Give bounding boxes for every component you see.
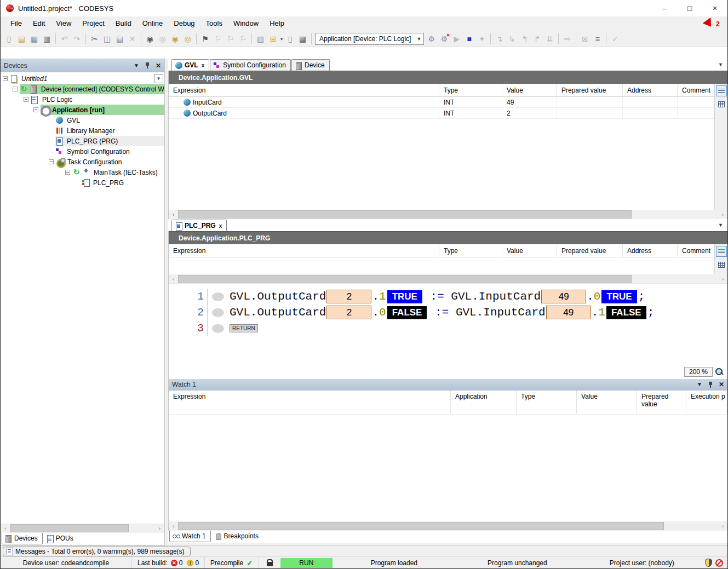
logout-icon[interactable]: ⚙✕ xyxy=(438,33,450,45)
find-in-project-icon[interactable]: ◉ xyxy=(169,33,181,45)
save-project-icon[interactable]: ▦ xyxy=(28,33,41,45)
toggle-bookmark-icon[interactable]: ⚑ xyxy=(199,33,211,45)
stop-icon[interactable]: ■ xyxy=(463,33,475,45)
tree-item-gvl[interactable]: GVL xyxy=(1,115,164,125)
tab-plc-prg[interactable]: PLC_PRG x xyxy=(171,220,227,231)
close-tab-icon[interactable]: x xyxy=(202,62,205,68)
tab-symbol-configuration[interactable]: Symbol Configuration xyxy=(210,59,291,71)
scroll-right-icon[interactable]: › xyxy=(155,526,164,531)
tree-item-symbol-configuration[interactable]: Symbol Configuration xyxy=(1,146,164,157)
start-icon[interactable]: ▶ xyxy=(450,33,463,45)
inline-value-box[interactable]: 2 xyxy=(326,290,371,303)
tree-item-device-connected-codesys-control-win-v3[interactable]: ↻Device [connected] (CODESYS Control Win… xyxy=(1,84,164,94)
single-cycle-icon[interactable]: ✦ xyxy=(475,33,488,45)
menu-debug[interactable]: Debug xyxy=(168,19,200,27)
magnifier-icon[interactable] xyxy=(714,367,724,377)
maximize-button[interactable]: □ xyxy=(677,0,702,16)
tree-item-untitled1[interactable]: Untitled1▼ xyxy=(1,73,164,84)
column-header-comment[interactable]: Comment xyxy=(678,244,714,257)
close-icon[interactable]: ✕ xyxy=(719,381,724,388)
redo-icon[interactable]: ↷ xyxy=(71,33,83,45)
tab-list-chevron-icon[interactable]: ▼ xyxy=(718,62,723,67)
tree-item-plc-prg-prg[interactable]: PLC_PRG (PRG) xyxy=(1,136,164,146)
menu-tools[interactable]: Tools xyxy=(200,19,228,27)
pretrigger-flag-icon[interactable] xyxy=(702,18,715,30)
menu-edit[interactable]: Edit xyxy=(27,19,50,27)
scroll-left-icon[interactable]: ‹ xyxy=(169,277,178,282)
step-into-icon[interactable]: ↳ xyxy=(506,33,518,45)
tree-item-application-run[interactable]: Application [run] xyxy=(1,105,164,115)
column-header-value[interactable]: Value xyxy=(502,244,557,257)
collapse-icon[interactable] xyxy=(65,170,70,175)
gvl-horizontal-scrollbar[interactable]: ‹ › xyxy=(169,210,727,219)
delete-icon[interactable]: ✕ xyxy=(126,33,139,45)
scroll-left-icon[interactable]: ‹ xyxy=(169,212,178,217)
toggle-breakpoint-icon[interactable]: ⊠ xyxy=(578,33,591,45)
next-statement-icon[interactable]: ⇨ xyxy=(561,33,574,45)
active-application-selector[interactable]: Application [Device: PLC Logic] ▼ xyxy=(315,33,424,45)
flow-bullet-icon[interactable] xyxy=(212,308,224,317)
cut-icon[interactable]: ✂ xyxy=(88,33,101,45)
pin-icon[interactable] xyxy=(708,382,713,388)
screenshot-icon[interactable]: ▦ xyxy=(296,33,309,45)
run-to-cursor-icon[interactable]: ↱ xyxy=(531,33,543,45)
column-header-prepared-value[interactable]: Prepared value xyxy=(557,84,623,97)
menu-window[interactable]: Window xyxy=(228,19,264,27)
column-header-expression[interactable]: Expression xyxy=(169,244,439,257)
devices-horizontal-scrollbar[interactable]: ‹ › xyxy=(1,524,164,533)
collapse-icon[interactable] xyxy=(24,97,28,102)
scroll-right-icon[interactable]: › xyxy=(718,277,727,282)
bool-false-badge[interactable]: FALSE xyxy=(387,306,427,319)
collapse-icon[interactable] xyxy=(33,107,38,112)
column-header-expression[interactable]: Expression xyxy=(169,84,439,97)
column-header-comment[interactable]: Comment xyxy=(678,84,714,97)
bool-true-badge[interactable]: TRUE xyxy=(387,290,422,303)
build-icon[interactable]: ⊞▾ xyxy=(267,33,279,45)
flow-bullet-icon[interactable] xyxy=(212,292,224,301)
column-header-value[interactable]: Value xyxy=(577,390,637,415)
close-button[interactable]: × xyxy=(702,0,727,16)
column-header-expression[interactable]: Expression xyxy=(169,390,451,415)
copy-icon[interactable]: ◫ xyxy=(101,33,113,45)
panel-tab-watch-1[interactable]: Watch 1 xyxy=(169,531,211,542)
scroll-right-icon[interactable]: › xyxy=(718,212,727,217)
column-header-execution-p[interactable]: Execution p xyxy=(686,390,727,415)
pin-icon[interactable] xyxy=(145,62,150,68)
connection-blocked-icon[interactable] xyxy=(715,559,723,567)
column-header-address[interactable]: Address xyxy=(623,244,678,257)
bool-true-badge[interactable]: TRUE xyxy=(601,290,637,303)
scroll-left-icon[interactable]: ‹ xyxy=(1,526,10,531)
menu-view[interactable]: View xyxy=(50,19,77,27)
collapse-icon[interactable] xyxy=(3,76,8,81)
code-line[interactable]: 3RETURN xyxy=(169,320,727,336)
tabular-view-button[interactable] xyxy=(716,259,727,270)
tree-item-task-configuration[interactable]: Task Configuration xyxy=(1,157,164,167)
paste-icon[interactable]: ▤ xyxy=(113,33,126,45)
tabular-view-button[interactable] xyxy=(716,99,727,110)
bool-false-badge[interactable]: FALSE xyxy=(606,306,646,319)
textual-view-button[interactable] xyxy=(716,85,727,96)
inline-value-box[interactable]: 49 xyxy=(546,306,591,319)
inline-value-box[interactable]: 2 xyxy=(326,306,371,319)
scroll-right-icon[interactable]: › xyxy=(718,524,727,529)
replace-icon[interactable]: ◎ xyxy=(156,33,169,45)
new-project-icon[interactable]: ▯ xyxy=(3,33,15,45)
st-code-editor[interactable]: 1GVL.OutputCard2.1TRUE := GVL.InputCard4… xyxy=(168,284,727,379)
undo-icon[interactable]: ↶ xyxy=(58,33,71,45)
column-header-type[interactable]: Type xyxy=(439,84,502,97)
call-stack-icon[interactable]: ≡ xyxy=(591,33,604,45)
minimize-button[interactable]: – xyxy=(652,0,677,16)
watch-empty-area[interactable] xyxy=(169,415,727,521)
security-shield-icon[interactable] xyxy=(705,559,712,567)
panel-menu-icon[interactable]: ▼ xyxy=(134,63,139,68)
tree-item-maintask-iec-tasks[interactable]: ↻MainTask (IEC-Tasks) xyxy=(1,167,164,177)
tab-list-chevron-icon[interactable]: ▼ xyxy=(718,222,723,228)
project-dropdown-button[interactable]: ▼ xyxy=(154,74,163,83)
plcprg-horizontal-scrollbar[interactable]: ▲▼ ‹ › xyxy=(169,274,727,284)
collapse-icon[interactable] xyxy=(49,159,54,164)
menu-project[interactable]: Project xyxy=(77,19,110,27)
column-header-address[interactable]: Address xyxy=(623,84,678,97)
column-header-application[interactable]: Application xyxy=(451,390,517,415)
watch-horizontal-scrollbar[interactable]: ‹ › xyxy=(169,521,727,531)
open-project-icon[interactable]: ▤ xyxy=(15,33,28,45)
